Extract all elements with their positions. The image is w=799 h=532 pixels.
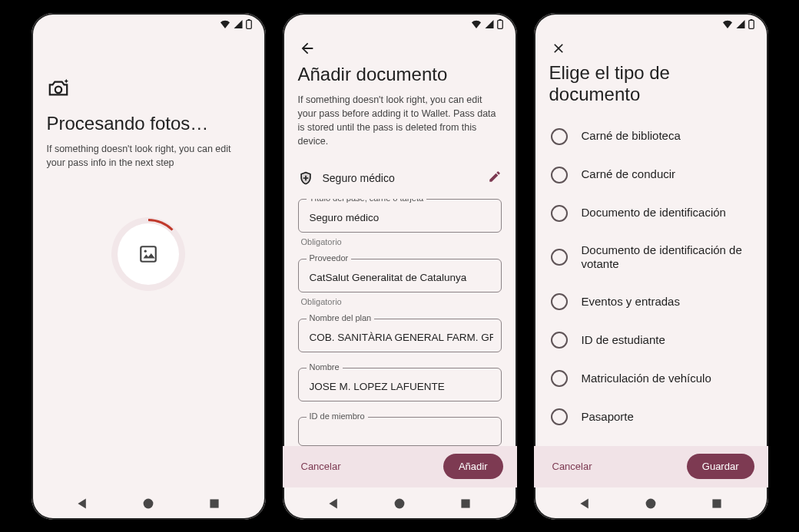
svg-rect-1 bbox=[247, 19, 250, 20]
doc-type-label: Carné de conducir bbox=[582, 167, 676, 182]
svg-rect-14 bbox=[712, 499, 721, 507]
doc-type-option[interactable]: Pasaporte bbox=[549, 398, 753, 436]
doc-type-option[interactable]: ID de estudiante bbox=[549, 321, 753, 359]
svg-rect-8 bbox=[499, 19, 501, 20]
android-soft-nav bbox=[31, 487, 266, 520]
wifi-icon bbox=[722, 20, 733, 28]
doc-type-label: Documento de identificación bbox=[582, 206, 726, 220]
svg-rect-10 bbox=[461, 499, 469, 507]
close-icon bbox=[551, 41, 566, 56]
phone-choose-type: Elige el tipo de documento Carné de bibl… bbox=[534, 13, 768, 520]
battery-icon bbox=[748, 19, 754, 29]
field-label: Proveedor bbox=[307, 253, 352, 263]
field-member-id[interactable]: ID de miembro bbox=[298, 417, 502, 446]
health-shield-icon bbox=[298, 170, 313, 186]
nav-recent-icon[interactable] bbox=[711, 497, 723, 510]
cancel-button[interactable]: Cancelar bbox=[548, 460, 597, 473]
name-input[interactable] bbox=[308, 380, 495, 393]
cell-signal-icon bbox=[484, 20, 495, 28]
doc-type-option[interactable]: Carné de conducir bbox=[549, 156, 753, 194]
back-button[interactable] bbox=[298, 39, 317, 58]
member-id-input[interactable] bbox=[308, 429, 495, 442]
doc-type-option[interactable]: Eventos y entradas bbox=[549, 283, 753, 321]
pass-title-input[interactable] bbox=[308, 211, 495, 224]
action-bar: Cancelar Añadir bbox=[283, 446, 517, 487]
plan-name-input[interactable] bbox=[308, 331, 495, 344]
battery-icon bbox=[246, 19, 252, 29]
field-label: Nombre bbox=[307, 362, 343, 372]
wifi-icon bbox=[220, 20, 230, 28]
android-soft-nav bbox=[283, 487, 517, 520]
doc-type-option[interactable]: Documento de identificación bbox=[549, 194, 753, 233]
doc-type-label: Documento de identificación de votante bbox=[582, 243, 751, 273]
image-placeholder-icon bbox=[138, 244, 158, 264]
nav-home-icon[interactable] bbox=[645, 497, 657, 510]
add-button[interactable]: Añadir bbox=[443, 454, 503, 479]
detected-type-row: Seguro médico bbox=[298, 162, 502, 199]
save-button[interactable]: Guardar bbox=[687, 454, 754, 479]
nav-home-icon[interactable] bbox=[393, 497, 406, 510]
cell-signal-icon bbox=[233, 20, 244, 28]
add-doc-title: Añadir documento bbox=[298, 64, 502, 85]
svg-rect-12 bbox=[750, 19, 752, 20]
svg-point-2 bbox=[55, 86, 61, 92]
svg-point-9 bbox=[395, 498, 405, 508]
svg-point-4 bbox=[144, 249, 147, 252]
phone-processing: Procesando fotos… If something doesn't l… bbox=[31, 13, 266, 520]
camera-sparkle-icon bbox=[47, 78, 250, 102]
pencil-icon bbox=[488, 170, 502, 183]
action-bar: Cancelar Guardar bbox=[534, 446, 768, 487]
svg-point-5 bbox=[144, 498, 154, 508]
doc-type-option[interactable]: Carné de biblioteca bbox=[549, 117, 753, 156]
nav-recent-icon[interactable] bbox=[459, 497, 472, 510]
radio-icon bbox=[551, 128, 568, 145]
field-plan-name[interactable]: Nombre del plan bbox=[298, 319, 502, 352]
nav-back-icon[interactable] bbox=[76, 497, 88, 510]
nav-back-icon[interactable] bbox=[327, 497, 340, 510]
field-name[interactable]: Nombre bbox=[298, 368, 502, 401]
status-bar bbox=[31, 13, 266, 36]
doc-type-option[interactable]: Documento de identificación de votante bbox=[549, 233, 753, 283]
svg-rect-0 bbox=[246, 20, 251, 28]
doc-type-label: Matriculación de vehículo bbox=[582, 372, 711, 386]
field-label: ID de miembro bbox=[307, 411, 368, 421]
nav-home-icon[interactable] bbox=[142, 497, 154, 510]
field-provider[interactable]: Proveedor bbox=[298, 259, 502, 292]
choose-type-title: Elige el tipo de documento bbox=[549, 62, 753, 105]
nav-back-icon[interactable] bbox=[579, 497, 591, 510]
doc-type-label: Eventos y entradas bbox=[582, 295, 680, 309]
doc-type-label: ID de estudiante bbox=[582, 333, 665, 348]
doc-type-label: Pasaporte bbox=[582, 410, 634, 425]
processing-spinner bbox=[118, 223, 179, 285]
processing-subtitle: If something doesn't look right, you can… bbox=[47, 142, 250, 170]
svg-rect-11 bbox=[748, 20, 754, 28]
field-helper: Obligatorio bbox=[301, 237, 502, 246]
status-bar bbox=[534, 13, 768, 36]
doc-type-label: Carné de biblioteca bbox=[582, 129, 681, 144]
android-soft-nav bbox=[534, 487, 768, 520]
provider-input[interactable] bbox=[308, 271, 495, 284]
field-pass-title[interactable]: Título del pase, carné o tarjeta bbox=[298, 199, 502, 233]
field-label: Título del pase, carné o tarjeta bbox=[307, 199, 427, 203]
edit-type-button[interactable] bbox=[488, 170, 502, 187]
processing-title: Procesando fotos… bbox=[47, 113, 250, 134]
svg-rect-7 bbox=[497, 20, 502, 28]
detected-type-label: Seguro médico bbox=[323, 172, 479, 184]
cell-signal-icon bbox=[735, 20, 746, 28]
status-bar bbox=[283, 13, 517, 36]
doc-type-option[interactable]: Matriculación de vehículo bbox=[549, 359, 753, 398]
cancel-button[interactable]: Cancelar bbox=[297, 460, 346, 473]
radio-icon bbox=[551, 205, 568, 222]
field-label: Nombre del plan bbox=[307, 313, 375, 322]
svg-rect-3 bbox=[141, 246, 156, 262]
radio-icon bbox=[551, 167, 568, 183]
radio-icon bbox=[551, 332, 568, 349]
radio-icon bbox=[551, 293, 568, 310]
field-helper: Obligatorio bbox=[301, 297, 502, 306]
close-button[interactable] bbox=[549, 39, 568, 58]
nav-recent-icon[interactable] bbox=[208, 497, 220, 510]
phone-add-document: Añadir documento If something doesn't lo… bbox=[283, 13, 517, 520]
svg-point-13 bbox=[646, 498, 656, 508]
svg-rect-6 bbox=[210, 499, 218, 507]
radio-icon bbox=[551, 249, 568, 266]
